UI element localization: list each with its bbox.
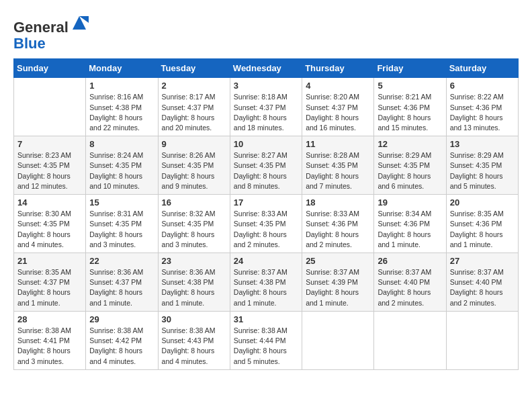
calendar-day-cell: 24Sunrise: 8:37 AM Sunset: 4:38 PM Dayli… xyxy=(230,253,302,312)
calendar-day-cell: 3Sunrise: 8:18 AM Sunset: 4:37 PM Daylig… xyxy=(230,78,302,136)
calendar-day-cell: 25Sunrise: 8:37 AM Sunset: 4:39 PM Dayli… xyxy=(302,253,374,312)
day-number: 13 xyxy=(450,139,515,149)
calendar-day-cell: 4Sunrise: 8:20 AM Sunset: 4:37 PM Daylig… xyxy=(302,78,374,136)
day-info: Sunrise: 8:22 AM Sunset: 4:36 PM Dayligh… xyxy=(450,92,515,133)
day-number: 24 xyxy=(234,256,298,266)
calendar-day-cell: 15Sunrise: 8:31 AM Sunset: 4:35 PM Dayli… xyxy=(86,195,158,253)
day-info: Sunrise: 8:34 AM Sunset: 4:36 PM Dayligh… xyxy=(378,209,442,250)
calendar-day-cell: 5Sunrise: 8:21 AM Sunset: 4:36 PM Daylig… xyxy=(374,78,446,136)
logo-general: General xyxy=(13,19,69,36)
calendar-day-cell: 26Sunrise: 8:37 AM Sunset: 4:40 PM Dayli… xyxy=(374,253,446,312)
day-info: Sunrise: 8:30 AM Sunset: 4:35 PM Dayligh… xyxy=(17,209,82,250)
day-number: 26 xyxy=(378,256,442,266)
day-info: Sunrise: 8:35 AM Sunset: 4:37 PM Dayligh… xyxy=(17,267,82,308)
day-info: Sunrise: 8:24 AM Sunset: 4:35 PM Dayligh… xyxy=(89,150,154,191)
logo: General Blue xyxy=(13,13,89,52)
day-info: Sunrise: 8:36 AM Sunset: 4:37 PM Dayligh… xyxy=(89,267,154,308)
day-info: Sunrise: 8:36 AM Sunset: 4:38 PM Dayligh… xyxy=(162,267,226,308)
calendar-day-cell xyxy=(14,78,86,136)
day-number: 14 xyxy=(17,197,82,208)
day-number: 1 xyxy=(89,81,154,91)
day-info: Sunrise: 8:23 AM Sunset: 4:35 PM Dayligh… xyxy=(17,150,82,191)
day-number: 12 xyxy=(378,139,442,149)
calendar-week-row: 7Sunrise: 8:23 AM Sunset: 4:35 PM Daylig… xyxy=(14,136,519,195)
day-info: Sunrise: 8:37 AM Sunset: 4:40 PM Dayligh… xyxy=(450,267,515,308)
day-info: Sunrise: 8:38 AM Sunset: 4:41 PM Dayligh… xyxy=(17,326,82,367)
calendar-day-cell: 28Sunrise: 8:38 AM Sunset: 4:41 PM Dayli… xyxy=(14,311,86,369)
day-number: 8 xyxy=(89,139,154,149)
day-number: 9 xyxy=(162,139,226,149)
day-number: 4 xyxy=(306,81,370,91)
day-number: 3 xyxy=(234,81,298,91)
calendar-day-cell: 11Sunrise: 8:28 AM Sunset: 4:35 PM Dayli… xyxy=(302,136,374,195)
day-number: 16 xyxy=(162,197,226,208)
day-number: 29 xyxy=(89,314,154,324)
day-number: 18 xyxy=(306,197,370,208)
weekday-header-thursday: Thursday xyxy=(302,59,374,78)
day-number: 21 xyxy=(17,256,82,266)
day-number: 11 xyxy=(306,139,370,149)
calendar-day-cell: 30Sunrise: 8:38 AM Sunset: 4:43 PM Dayli… xyxy=(158,311,230,369)
calendar-day-cell: 13Sunrise: 8:29 AM Sunset: 4:35 PM Dayli… xyxy=(446,136,518,195)
weekday-header-monday: Monday xyxy=(86,59,158,78)
logo-text: General Blue xyxy=(13,13,89,52)
day-info: Sunrise: 8:20 AM Sunset: 4:37 PM Dayligh… xyxy=(306,92,370,133)
calendar-day-cell: 2Sunrise: 8:17 AM Sunset: 4:37 PM Daylig… xyxy=(158,78,230,136)
day-number: 31 xyxy=(234,314,298,324)
day-info: Sunrise: 8:18 AM Sunset: 4:37 PM Dayligh… xyxy=(234,92,298,133)
day-info: Sunrise: 8:37 AM Sunset: 4:39 PM Dayligh… xyxy=(306,267,370,308)
calendar-day-cell: 19Sunrise: 8:34 AM Sunset: 4:36 PM Dayli… xyxy=(374,195,446,253)
day-info: Sunrise: 8:32 AM Sunset: 4:35 PM Dayligh… xyxy=(162,209,226,250)
calendar-day-cell: 20Sunrise: 8:35 AM Sunset: 4:36 PM Dayli… xyxy=(446,195,518,253)
calendar-day-cell: 8Sunrise: 8:24 AM Sunset: 4:35 PM Daylig… xyxy=(86,136,158,195)
calendar-day-cell xyxy=(446,311,518,369)
day-info: Sunrise: 8:35 AM Sunset: 4:36 PM Dayligh… xyxy=(450,209,515,250)
calendar-day-cell: 21Sunrise: 8:35 AM Sunset: 4:37 PM Dayli… xyxy=(14,253,86,312)
calendar-day-cell: 18Sunrise: 8:33 AM Sunset: 4:36 PM Dayli… xyxy=(302,195,374,253)
day-number: 19 xyxy=(378,197,442,208)
day-info: Sunrise: 8:16 AM Sunset: 4:38 PM Dayligh… xyxy=(89,92,154,133)
page-header: General Blue xyxy=(13,13,519,52)
day-info: Sunrise: 8:27 AM Sunset: 4:35 PM Dayligh… xyxy=(234,150,298,191)
calendar-day-cell: 14Sunrise: 8:30 AM Sunset: 4:35 PM Dayli… xyxy=(14,195,86,253)
calendar-day-cell: 9Sunrise: 8:26 AM Sunset: 4:35 PM Daylig… xyxy=(158,136,230,195)
weekday-header-sunday: Sunday xyxy=(14,59,86,78)
weekday-header-saturday: Saturday xyxy=(446,59,518,78)
calendar-week-row: 21Sunrise: 8:35 AM Sunset: 4:37 PM Dayli… xyxy=(14,253,519,312)
calendar-day-cell: 6Sunrise: 8:22 AM Sunset: 4:36 PM Daylig… xyxy=(446,78,518,136)
day-info: Sunrise: 8:38 AM Sunset: 4:44 PM Dayligh… xyxy=(234,326,298,367)
day-number: 15 xyxy=(89,197,154,208)
calendar-table: SundayMondayTuesdayWednesdayThursdayFrid… xyxy=(13,58,519,369)
calendar-day-cell: 22Sunrise: 8:36 AM Sunset: 4:37 PM Dayli… xyxy=(86,253,158,312)
calendar-day-cell: 1Sunrise: 8:16 AM Sunset: 4:38 PM Daylig… xyxy=(86,78,158,136)
calendar-day-cell: 16Sunrise: 8:32 AM Sunset: 4:35 PM Dayli… xyxy=(158,195,230,253)
day-info: Sunrise: 8:33 AM Sunset: 4:36 PM Dayligh… xyxy=(306,209,370,250)
day-info: Sunrise: 8:31 AM Sunset: 4:35 PM Dayligh… xyxy=(89,209,154,250)
calendar-day-cell: 10Sunrise: 8:27 AM Sunset: 4:35 PM Dayli… xyxy=(230,136,302,195)
day-info: Sunrise: 8:38 AM Sunset: 4:43 PM Dayligh… xyxy=(162,326,226,367)
calendar-day-cell: 31Sunrise: 8:38 AM Sunset: 4:44 PM Dayli… xyxy=(230,311,302,369)
day-number: 7 xyxy=(17,139,82,149)
day-number: 2 xyxy=(162,81,226,91)
day-info: Sunrise: 8:29 AM Sunset: 4:35 PM Dayligh… xyxy=(450,150,515,191)
calendar-day-cell: 23Sunrise: 8:36 AM Sunset: 4:38 PM Dayli… xyxy=(158,253,230,312)
day-number: 6 xyxy=(450,81,515,91)
day-number: 23 xyxy=(162,256,226,266)
day-number: 10 xyxy=(234,139,298,149)
day-number: 20 xyxy=(450,197,515,208)
day-number: 22 xyxy=(89,256,154,266)
day-info: Sunrise: 8:37 AM Sunset: 4:38 PM Dayligh… xyxy=(234,267,298,308)
weekday-header-friday: Friday xyxy=(374,59,446,78)
day-number: 5 xyxy=(378,81,442,91)
weekday-header-tuesday: Tuesday xyxy=(158,59,230,78)
calendar-day-cell: 17Sunrise: 8:33 AM Sunset: 4:35 PM Dayli… xyxy=(230,195,302,253)
day-info: Sunrise: 8:38 AM Sunset: 4:42 PM Dayligh… xyxy=(89,326,154,367)
calendar-day-cell: 12Sunrise: 8:29 AM Sunset: 4:35 PM Dayli… xyxy=(374,136,446,195)
calendar-day-cell: 27Sunrise: 8:37 AM Sunset: 4:40 PM Dayli… xyxy=(446,253,518,312)
day-info: Sunrise: 8:37 AM Sunset: 4:40 PM Dayligh… xyxy=(378,267,442,308)
day-info: Sunrise: 8:17 AM Sunset: 4:37 PM Dayligh… xyxy=(162,92,226,133)
day-info: Sunrise: 8:28 AM Sunset: 4:35 PM Dayligh… xyxy=(306,150,370,191)
day-number: 28 xyxy=(17,314,82,324)
calendar-day-cell: 7Sunrise: 8:23 AM Sunset: 4:35 PM Daylig… xyxy=(14,136,86,195)
logo-blue: Blue xyxy=(13,35,46,52)
